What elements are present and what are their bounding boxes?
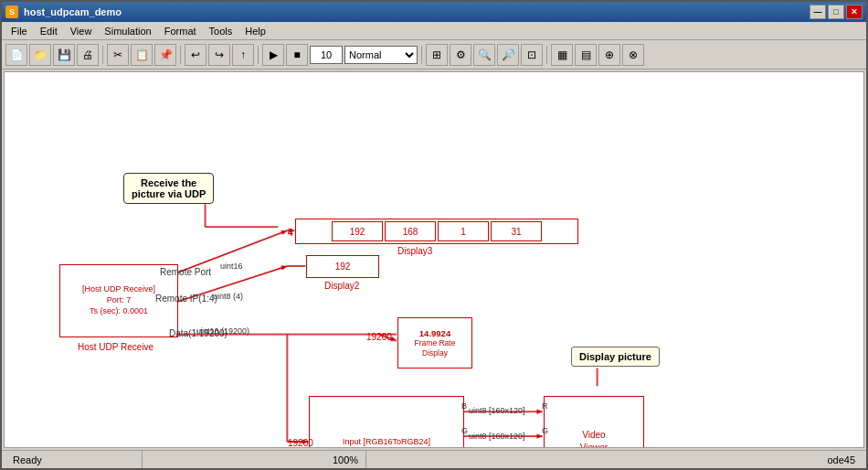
minimize-button[interactable]: — (810, 5, 826, 19)
menu-edit[interactable]: Edit (35, 24, 63, 38)
save-button[interactable]: 💾 (53, 44, 75, 66)
maximize-button[interactable]: □ (828, 5, 844, 19)
separator-1 (102, 46, 103, 64)
copy-button[interactable]: 📋 (131, 44, 153, 66)
display3-val-4: 31 (491, 221, 542, 241)
separator-2 (180, 46, 181, 64)
signal-uint16: uint16 (220, 262, 243, 271)
display2-label: Display2 (324, 281, 359, 291)
signal-uint8-4: uint8 (4) (213, 292, 243, 301)
title-bar: S host_udpcam_demo — □ ✕ (2, 2, 866, 22)
paste-button[interactable]: 📌 (154, 44, 176, 66)
frame-rate-value: 14.9924 (419, 328, 450, 338)
block-display2[interactable]: 192 (306, 255, 379, 278)
separator-3 (258, 46, 259, 64)
signal-uint8-r: uint8 [160x120] (469, 406, 525, 415)
signal-19200-1: 19200 (366, 332, 392, 342)
udp-receive-text: [Host UDP Receive]Port: 7Ts (sec): 0.000… (82, 284, 155, 316)
close-button[interactable]: ✕ (846, 5, 863, 19)
run-button[interactable]: ▶ (262, 44, 284, 66)
stop-button[interactable]: ■ (286, 44, 308, 66)
cut-button[interactable]: ✂ (107, 44, 129, 66)
extra-1[interactable]: ▦ (551, 44, 573, 66)
video-viewer-text: VideoViewer (580, 429, 608, 448)
rgb-convert-text: Input [RGB16ToRGB24] (343, 437, 430, 446)
undo-button[interactable]: ↩ (185, 44, 206, 66)
separator-5 (546, 46, 547, 64)
zoom-out-button[interactable]: 🔎 (497, 44, 519, 66)
block-video-viewer[interactable]: VideoViewer (544, 396, 644, 448)
extra-4[interactable]: ⊗ (622, 44, 644, 66)
block-display3-values[interactable]: 192 168 1 31 (295, 219, 578, 244)
block-rgb-convert[interactable]: Input [RGB16ToRGB24] (309, 396, 464, 448)
port-g-vv: G (542, 426, 548, 435)
extra-2[interactable]: ▤ (575, 44, 597, 66)
remote-ip-label: Remote IP(1:4) (155, 294, 217, 304)
up-button[interactable]: ↑ (232, 44, 254, 66)
annotation-display-picture: Display picture (571, 347, 660, 367)
canvas-area[interactable]: Receive the picture via UDP Display pict… (4, 71, 864, 448)
status-solver: ode45 (820, 451, 863, 468)
new-button[interactable]: 📄 (5, 44, 27, 66)
signal-19200-2: 19200 (288, 438, 313, 448)
status-ready: Ready (5, 451, 143, 468)
mode-select[interactable]: Normal (344, 46, 418, 64)
menu-file[interactable]: File (5, 24, 33, 38)
menu-simulation[interactable]: Simulation (99, 24, 156, 38)
menu-format[interactable]: Format (159, 24, 202, 38)
display3-val-3: 1 (438, 221, 489, 241)
udp-receive-label: Host UDP Receive (78, 342, 153, 352)
display2-value: 192 (335, 262, 351, 272)
lib-button[interactable]: ⊞ (426, 44, 448, 66)
window-title: host_udpcam_demo (24, 6, 122, 17)
main-window: S host_udpcam_demo — □ ✕ File Edit View … (0, 0, 868, 470)
remote-port-label: Remote Port (160, 267, 211, 277)
step-input[interactable] (310, 46, 343, 64)
signal-4: 4 (288, 228, 293, 238)
status-zoom: 100% (325, 451, 366, 468)
block-frame-rate[interactable]: 14.9924 Frame RateDisplay (397, 317, 472, 369)
display3-label: Display3 (397, 246, 432, 256)
extra-3[interactable]: ⊕ (598, 44, 620, 66)
title-controls: — □ ✕ (810, 5, 863, 19)
diagram-canvas (5, 72, 863, 447)
separator-4 (421, 46, 422, 64)
title-bar-left: S host_udpcam_demo (5, 5, 122, 18)
app-icon: S (5, 5, 18, 18)
status-bar: Ready 100% ode45 (2, 450, 866, 468)
signal-uint16-19200: uint16 (19200) (196, 326, 249, 336)
port-g-out: G (461, 426, 468, 435)
toolbar: 📄 📁 💾 🖨 ✂ 📋 📌 ↩ ↪ ↑ ▶ ■ Normal ⊞ ⚙ 🔍 🔎 ⊡… (2, 40, 866, 69)
port-b-out: B (461, 401, 467, 411)
print-button[interactable]: 🖨 (77, 44, 99, 66)
redo-button[interactable]: ↪ (208, 44, 230, 66)
menu-view[interactable]: View (65, 24, 98, 38)
signal-uint8-g: uint8 [160x120] (469, 432, 525, 441)
port-r-vv: R (542, 401, 548, 411)
zoom-in-button[interactable]: 🔍 (473, 44, 495, 66)
menu-help[interactable]: Help (239, 24, 271, 38)
frame-rate-label: Frame RateDisplay (415, 338, 456, 357)
open-button[interactable]: 📁 (29, 44, 51, 66)
annotation-receive: Receive the picture via UDP (123, 173, 214, 204)
debug-button[interactable]: ⚙ (450, 44, 471, 66)
menu-bar: File Edit View Simulation Format Tools H… (2, 22, 866, 40)
display3-val-1: 192 (332, 221, 383, 241)
menu-tools[interactable]: Tools (204, 24, 238, 38)
display3-val-2: 168 (385, 221, 436, 241)
fit-button[interactable]: ⊡ (521, 44, 543, 66)
